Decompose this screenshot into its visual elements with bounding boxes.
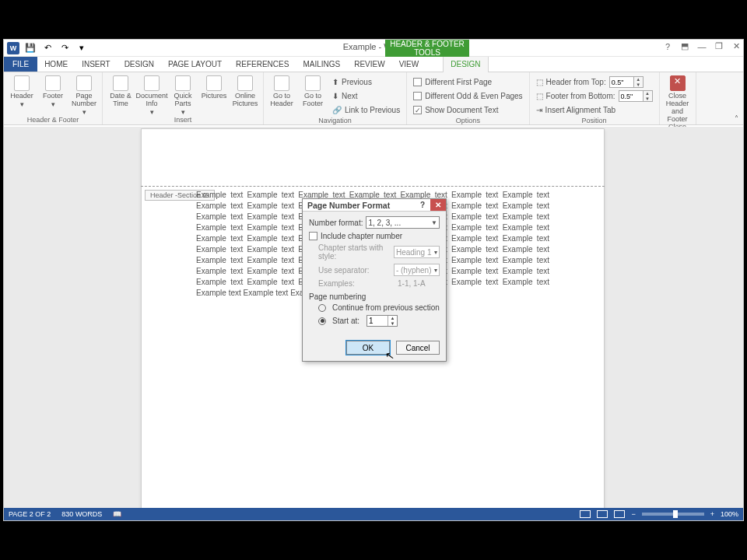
title-bar: W 💾 ↶ ↷ ▾ Example - Word HEADER & FOOTER… [4,40,743,57]
next-icon: ⬇ [332,92,338,100]
read-mode-icon[interactable] [580,510,591,518]
header-button[interactable]: Header▾ [9,75,35,108]
group-label: Navigation [268,117,402,125]
close-header-footer-button[interactable]: Close Header and Footer [665,75,691,123]
tab-view[interactable]: VIEW [392,57,426,72]
help-icon[interactable]: ? [662,42,673,51]
zoom-level[interactable]: 100% [721,510,738,518]
ribbon: Header▾ Footer▾ Page Number▾ Header & Fo… [4,72,743,125]
ribbon-tab-strip: FILE HOME INSERT DESIGN PAGE LAYOUT REFE… [4,57,743,72]
proofing-icon[interactable]: 📖 [113,510,121,518]
quick-parts-button[interactable]: Quick Parts▾ [170,75,196,116]
start-at-label: Start at: [332,317,363,325]
dialog-title: Page Number Format [307,201,390,210]
qat-dropdown-icon[interactable]: ▾ [75,42,88,54]
examples-label: Examples: [318,279,395,288]
cancel-button[interactable]: Cancel [396,341,440,355]
chapter-style-combo: Heading 1▾ [394,246,440,258]
examples-value: 1-1, 1-A [398,279,426,288]
goto-footer-button[interactable]: Go to Footer [300,75,326,107]
redo-icon[interactable]: ↷ [58,42,71,54]
page-number-format-dialog: Page Number Format ? ✕ Number format: 1,… [302,198,447,362]
insert-alignment-tab-button[interactable]: ⇥Insert Alignment Tab [535,103,654,117]
page-indicator[interactable]: PAGE 2 OF 2 [9,510,51,518]
ribbon-display-icon[interactable]: ⬒ [679,41,690,51]
date-time-button[interactable]: Date & Time [107,75,134,107]
ok-button[interactable]: OK [346,341,390,355]
status-bar: PAGE 2 OF 2 830 WORDS 📖 − + 100% [4,508,743,520]
zoom-slider[interactable] [642,513,704,516]
group-label: Position [535,117,654,125]
tab-mailings[interactable]: MAILINGS [296,57,347,72]
different-odd-even-checkbox[interactable]: Different Odd & Even Pages [412,89,524,103]
tab-page-layout[interactable]: PAGE LAYOUT [161,57,229,72]
word-app-icon: W [7,42,19,54]
restore-icon[interactable]: ❐ [714,41,724,51]
window-controls: ? ⬒ — ❐ ✕ [662,41,742,51]
goto-header-button[interactable]: Go to Header [268,75,295,107]
group-label: Insert [107,116,258,124]
group-options: Different First Page Different Odd & Eve… [407,72,529,124]
number-format-combo[interactable]: 1, 2, 3, ...▼ [366,216,440,229]
print-layout-icon[interactable] [597,510,608,518]
separator-combo: - (hyphen)▾ [394,264,440,276]
footer-bottom-input[interactable] [619,91,643,101]
chevron-down-icon: ▼ [431,219,437,226]
dialog-title-bar[interactable]: Page Number Format ? ✕ [303,199,446,212]
link-to-previous-button[interactable]: 🔗Link to Previous [331,103,402,117]
online-pictures-button[interactable]: Online Pictures [232,75,258,107]
context-tools-title: HEADER & FOOTER TOOLS [385,40,469,57]
chapter-style-label: Chapter starts with style: [318,243,391,261]
spin-down-icon[interactable]: ▼ [388,321,397,327]
undo-icon[interactable]: ↶ [41,42,54,54]
continue-radio-row[interactable]: Continue from previous section [318,303,440,312]
word-count[interactable]: 830 WORDS [61,510,102,518]
tab-hf-design[interactable]: DESIGN [443,57,488,72]
continue-label: Continue from previous section [332,303,440,312]
page-numbering-label: Page numbering [309,292,440,301]
dialog-help-icon[interactable]: ? [415,199,430,211]
group-insert: Date & Time Document Info▾ Quick Parts▾ … [103,72,264,124]
include-chapter-checkbox[interactable] [309,232,317,240]
continue-radio[interactable] [318,304,326,312]
chevron-down-icon: ▾ [434,267,437,274]
previous-button[interactable]: ⬆Previous [331,75,402,89]
save-icon[interactable]: 💾 [24,42,37,54]
dialog-close-icon[interactable]: ✕ [430,199,446,211]
start-at-input[interactable] [367,316,388,326]
tab-references[interactable]: REFERENCES [229,57,296,72]
link-icon: 🔗 [332,106,342,114]
tab-design[interactable]: DESIGN [117,57,161,72]
group-close: Close Header and Footer Close [660,72,696,124]
header-from-top-field[interactable]: ⬚Header from Top:▲▼ [535,75,654,89]
zoom-out-icon[interactable]: − [631,510,635,518]
zoom-in-icon[interactable]: + [710,510,714,518]
web-layout-icon[interactable] [614,510,625,518]
minimize-icon[interactable]: — [696,42,707,51]
start-at-radio[interactable] [318,317,326,325]
previous-icon: ⬆ [332,78,338,86]
header-top-input[interactable] [610,77,633,87]
separator-label: Use separator: [318,266,391,275]
group-header-footer: Header▾ Footer▾ Page Number▾ Header & Fo… [4,72,103,124]
document-info-button[interactable]: Document Info▾ [139,75,165,116]
next-button[interactable]: ⬇Next [331,89,402,103]
close-icon[interactable]: ✕ [731,41,742,51]
footer-from-bottom-field[interactable]: ⬚Footer from Bottom:▲▼ [535,89,654,103]
start-at-spinner[interactable]: ▲▼ [366,315,398,327]
pictures-button[interactable]: Pictures [201,75,227,100]
different-first-page-checkbox[interactable]: Different First Page [412,75,524,89]
show-document-text-checkbox[interactable]: ✓Show Document Text [412,103,524,117]
tab-file[interactable]: FILE [4,57,37,72]
tab-insert[interactable]: INSERT [75,57,117,72]
tab-review[interactable]: REVIEW [347,57,391,72]
group-label: Options [412,117,524,125]
collapse-ribbon-icon[interactable]: ˄ [735,114,738,123]
start-at-radio-row[interactable]: Start at: ▲▼ [318,315,440,327]
group-label: Header & Footer [9,116,97,124]
tab-home[interactable]: HOME [37,57,75,72]
number-format-label: Number format: [309,219,363,227]
footer-button[interactable]: Footer▾ [40,75,66,108]
page-number-button[interactable]: Page Number▾ [71,75,97,116]
group-navigation: Go to Header Go to Footer ⬆Previous ⬇Nex… [264,72,407,124]
